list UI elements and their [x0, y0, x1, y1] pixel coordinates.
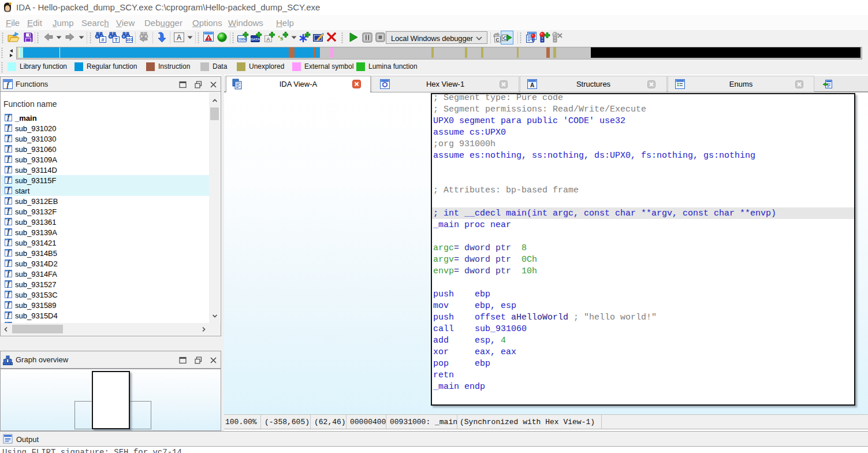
- svg-text:C: C: [496, 37, 500, 43]
- svg-text:A: A: [266, 36, 270, 42]
- svg-text:‘s: ‘s: [278, 34, 283, 42]
- svg-text:A: A: [530, 82, 534, 88]
- svg-text:#: #: [101, 37, 104, 43]
- svg-text:A: A: [177, 34, 181, 42]
- svg-text:T: T: [114, 37, 118, 43]
- svg-text:101: 101: [126, 38, 133, 42]
- svg-text:C: C: [503, 35, 507, 41]
